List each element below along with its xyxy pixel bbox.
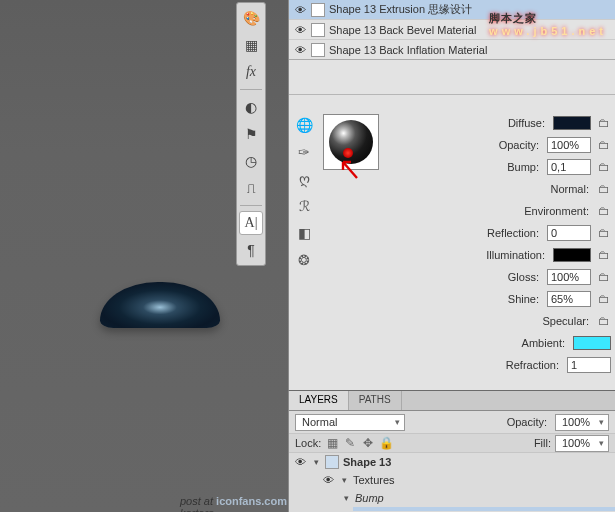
shape-3d-object[interactable] xyxy=(100,282,220,328)
material-label: Shape 13 Back Bevel Material xyxy=(329,24,476,36)
layer-opacity-input[interactable]: 100% xyxy=(555,414,609,431)
globe-icon[interactable]: 🌐 xyxy=(293,114,315,136)
layer-name: Shape 13 xyxy=(343,456,391,468)
folder-icon[interactable]: 🗀 xyxy=(597,182,611,196)
divider xyxy=(289,94,615,95)
illumination-swatch[interactable] xyxy=(553,248,591,262)
environment-label: Environment: xyxy=(389,205,591,217)
contrast-icon[interactable]: ◐ xyxy=(239,95,263,119)
bump-label: Bump: xyxy=(389,161,541,173)
swatches-icon[interactable]: ▦ xyxy=(239,33,263,57)
fill-input[interactable]: 100% xyxy=(555,435,609,452)
fill-label: Fill: xyxy=(534,437,551,449)
layers-panel: LAYERS PATHS Normal Opacity: 100% Lock: … xyxy=(288,390,615,512)
text-icon[interactable]: A| xyxy=(239,211,263,235)
visibility-icon[interactable]: 👁 xyxy=(293,3,307,17)
layer-opacity-label: Opacity: xyxy=(507,416,547,428)
folder-icon[interactable]: 🗀 xyxy=(597,204,611,218)
illumination-label: Illumination: xyxy=(389,249,547,261)
bump-label: Bump xyxy=(355,492,384,504)
bump-row[interactable]: ▾ Bump xyxy=(337,489,615,507)
panel-tabs: LAYERS PATHS xyxy=(289,391,615,411)
vertical-toolbar: 🎨 ▦ fx ◐ ⚑ ◷ ⎍ A| ¶ xyxy=(236,2,266,266)
visibility-icon[interactable]: 👁 xyxy=(293,43,307,57)
material-label: Shape 13 Back Inflation Material xyxy=(329,44,487,56)
folder-icon[interactable]: 🗀 xyxy=(597,116,611,130)
mask-icon[interactable]: ◧ xyxy=(293,222,315,244)
attribution-text: post at iconfans.com kortaro xyxy=(180,495,288,512)
stamp-icon[interactable]: ⎍ xyxy=(239,176,263,200)
material-properties: 🌐 ✑ ღ ℛ ◧ ❂ Diffuse:🗀 Opacity:100%🗀 Bump… xyxy=(289,110,615,390)
material-thumbnail xyxy=(311,43,325,57)
disclosure-icon[interactable]: ▾ xyxy=(311,457,321,467)
gloss-input[interactable]: 100% xyxy=(547,269,591,285)
material-thumbnail xyxy=(311,3,325,17)
folder-icon[interactable]: 🗀 xyxy=(597,270,611,284)
separator xyxy=(240,205,262,206)
flag-icon[interactable]: ⚑ xyxy=(239,122,263,146)
gloss-label: Gloss: xyxy=(389,271,541,283)
reflection-input[interactable]: 0 xyxy=(547,225,591,241)
lock-paint-icon[interactable]: ✎ xyxy=(343,436,357,450)
layers-tree: 👁 ▾ Shape 13 👁 ▾ Textures ▾ Bump Shape 1… xyxy=(289,453,615,511)
lock-all-icon[interactable]: 🔒 xyxy=(379,436,393,450)
material-row[interactable]: Shape 1 Front Inflation Material – Bump xyxy=(353,507,615,511)
opacity-input[interactable]: 100% xyxy=(547,137,591,153)
separator xyxy=(240,89,262,90)
brush-icon[interactable]: ℛ xyxy=(293,195,315,217)
diffuse-label: Diffuse: xyxy=(389,117,547,129)
palette-icon[interactable]: 🎨 xyxy=(239,6,263,30)
folder-icon[interactable]: 🗀 xyxy=(597,226,611,240)
textures-row[interactable]: 👁 ▾ Textures xyxy=(317,471,615,489)
tab-layers[interactable]: LAYERS xyxy=(289,391,349,410)
reflection-label: Reflection: xyxy=(389,227,541,239)
paragraph-icon[interactable]: ¶ xyxy=(239,238,263,262)
fx-icon[interactable]: fx xyxy=(239,60,263,84)
ambient-label: Ambient: xyxy=(389,337,567,349)
textures-label: Textures xyxy=(353,474,395,486)
material-thumbnail xyxy=(311,23,325,37)
specular-label: Specular: xyxy=(389,315,591,327)
material-name: Shape 1 Front Inflation Material – Bump xyxy=(383,510,577,511)
tab-paths[interactable]: PATHS xyxy=(349,391,402,410)
materials-panel: 👁 Shape 13 Extrusion 思缘设计 👁 Shape 13 Bac… xyxy=(288,0,615,390)
gear-icon[interactable]: ❂ xyxy=(293,249,315,271)
watermark: 脚本之家 www.jb51.net xyxy=(489,6,607,37)
link-icon[interactable]: ღ xyxy=(293,168,315,190)
layer-thumbnail xyxy=(325,455,339,469)
refraction-label: Refraction: xyxy=(389,359,561,371)
blend-mode-select[interactable]: Normal xyxy=(295,414,405,431)
refraction-input[interactable]: 1 xyxy=(567,357,611,373)
lock-transparency-icon[interactable]: ▦ xyxy=(325,436,339,450)
material-label: Shape 13 Extrusion 思缘设计 xyxy=(329,2,472,17)
shine-label: Shine: xyxy=(389,293,541,305)
visibility-icon[interactable]: 👁 xyxy=(321,473,335,487)
opacity-label: Opacity: xyxy=(389,139,541,151)
clock-icon[interactable]: ◷ xyxy=(239,149,263,173)
disclosure-icon[interactable]: ▾ xyxy=(341,493,351,503)
layer-row[interactable]: 👁 ▾ Shape 13 xyxy=(289,453,615,471)
shine-input[interactable]: 65% xyxy=(547,291,591,307)
material-tools-column: 🌐 ✑ ღ ℛ ◧ ❂ xyxy=(291,110,317,271)
folder-icon[interactable]: 🗀 xyxy=(597,314,611,328)
visibility-icon[interactable]: 👁 xyxy=(293,455,307,469)
disclosure-icon[interactable]: ▾ xyxy=(339,475,349,485)
lock-position-icon[interactable]: ✥ xyxy=(361,436,375,450)
visibility-icon[interactable]: 👁 xyxy=(293,23,307,37)
folder-icon[interactable]: 🗀 xyxy=(597,292,611,306)
lock-label: Lock: xyxy=(295,437,321,449)
folder-icon[interactable]: 🗀 xyxy=(597,160,611,174)
dropper-icon[interactable]: ✑ xyxy=(293,141,315,163)
material-preview[interactable] xyxy=(323,114,379,170)
normal-label: Normal: xyxy=(389,183,591,195)
ambient-swatch[interactable] xyxy=(573,336,611,350)
folder-icon[interactable]: 🗀 xyxy=(597,138,611,152)
bump-input[interactable]: 0,1 xyxy=(547,159,591,175)
diffuse-swatch[interactable] xyxy=(553,116,591,130)
material-row[interactable]: 👁 Shape 13 Back Inflation Material xyxy=(289,40,615,60)
folder-icon[interactable]: 🗀 xyxy=(597,248,611,262)
